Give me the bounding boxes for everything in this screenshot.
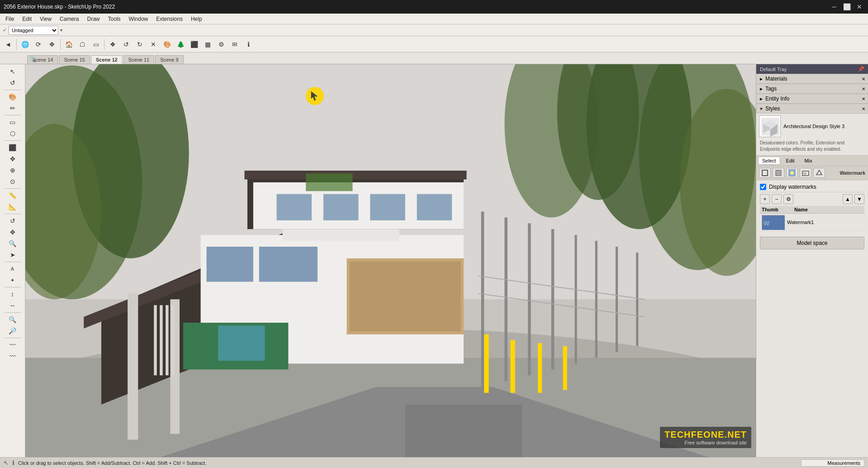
rotate-tool[interactable]: ↺ (3, 77, 23, 88)
zoom-window-tool[interactable]: 🔍 (3, 314, 23, 325)
pushpull-tool[interactable]: ⬛ (3, 142, 23, 153)
menu-tools[interactable]: Tools (104, 15, 124, 23)
panel-pin-icon[interactable]: 📌 (858, 66, 864, 72)
menu-camera[interactable]: Camera (56, 15, 83, 23)
paint-bucket-tool[interactable]: 🎨 (3, 91, 23, 102)
style-tab-select[interactable]: Select (758, 157, 780, 165)
scene-tab-11[interactable]: Scene 11 (123, 55, 154, 64)
materials-close-icon[interactable]: ✕ (862, 76, 865, 81)
style-tab-edit[interactable]: Edit (782, 157, 799, 165)
status-info-icon[interactable]: ℹ (12, 459, 14, 466)
style-icon-watermark-btn[interactable]: W (800, 168, 811, 178)
offset-tool[interactable]: ⊙ (3, 176, 23, 187)
svg-rect-59 (776, 170, 781, 176)
menu-draw[interactable]: Draw (84, 15, 104, 23)
orbit-btn[interactable]: ⟳ (32, 38, 45, 51)
pan-btn[interactable]: ✥ (46, 38, 58, 51)
tape-tool[interactable]: 📏 (3, 190, 23, 201)
zoom-lt-tool[interactable]: 🔍 (3, 238, 23, 249)
section-btn[interactable]: ⬛ (188, 38, 200, 51)
eraser-tool[interactable]: ✏ (3, 103, 23, 114)
styles-close-icon[interactable]: ✕ (862, 106, 865, 111)
orbit-lt-tool[interactable]: ↺ (3, 215, 23, 226)
move-tool[interactable]: ✥ (3, 153, 23, 164)
scene-search-icon[interactable]: 🔍 (28, 55, 37, 64)
menu-extensions[interactable]: Extensions (152, 15, 186, 23)
pan-lt-tool[interactable]: ✥ (3, 227, 23, 238)
erase-btn[interactable]: ✕ (147, 38, 160, 51)
scale-tool[interactable]: ⊕ (3, 165, 23, 176)
circle-tool[interactable]: ⬡ (3, 128, 23, 139)
tag-selector[interactable]: Untagged (9, 26, 58, 35)
materials-arrow: ► (759, 76, 764, 81)
viewport[interactable]: TECHFEONE.NET Free software download sit… (25, 64, 756, 457)
components-btn[interactable]: ❖ (106, 38, 119, 51)
model-btn[interactable]: ☖ (76, 38, 89, 51)
styles-section: Architectural Design Style 3 Desaturated… (756, 114, 868, 457)
sandbox-tool[interactable]: 〰 (3, 339, 23, 350)
watermark-add-btn[interactable]: + (760, 194, 770, 204)
svg-rect-21 (277, 194, 312, 220)
menu-edit[interactable]: Edit (19, 15, 35, 23)
axes-tool[interactable]: ↕ (3, 289, 23, 300)
3d-text-tool[interactable]: ✦ (3, 275, 23, 286)
style-icon-modeling-btn[interactable] (813, 168, 825, 178)
menu-window[interactable]: Window (125, 15, 152, 23)
scene-tab-15[interactable]: Scene 15 (59, 55, 90, 64)
sandbox2-tool[interactable]: 〰 (3, 351, 23, 362)
watermark-table-header: Thumb Name (760, 206, 864, 214)
select-tool[interactable]: ↖ (3, 66, 23, 77)
globe-btn[interactable]: 🌐 (19, 38, 31, 51)
svg-rect-44 (510, 340, 515, 393)
restore-button[interactable]: ⬜ (842, 2, 852, 12)
svg-rect-31 (528, 223, 531, 375)
menu-help[interactable]: Help (187, 15, 206, 23)
settings-btn[interactable]: ⚙ (215, 38, 228, 51)
menu-view[interactable]: View (36, 15, 55, 23)
zoom-extents-tool[interactable]: 🔎 (3, 325, 23, 336)
display-watermarks-checkbox[interactable] (760, 184, 766, 190)
section-entity-info[interactable]: ► Entity Info ✕ (756, 94, 868, 104)
section-styles[interactable]: ▼ Styles ✕ (756, 104, 868, 114)
watermark-down-btn[interactable]: ▼ (854, 194, 864, 204)
watermark-up-btn[interactable]: ▲ (843, 194, 853, 204)
svg-rect-23 (370, 194, 405, 220)
menu-file[interactable]: File (2, 15, 18, 23)
style-tab-mix[interactable]: Mix (801, 157, 816, 165)
paint-btn[interactable]: 🎨 (161, 38, 173, 51)
tags-close-icon[interactable]: ✕ (862, 86, 865, 91)
nav-arrow-btn[interactable]: ◄ (2, 38, 14, 51)
home-btn[interactable]: 🏠 (62, 38, 75, 51)
walk-lt-tool[interactable]: ➤ (3, 249, 23, 260)
style-icon-background-btn[interactable] (786, 168, 798, 178)
tag-bar: ✓ Untagged ▾ (0, 24, 868, 36)
tags-arrow: ► (759, 86, 764, 91)
section-tags[interactable]: ► Tags ✕ (756, 84, 868, 94)
model-space-button[interactable]: Model space (760, 237, 864, 249)
redo-btn[interactable]: ↻ (133, 38, 146, 51)
text-tool[interactable]: A (3, 263, 23, 274)
watermark-col-thumb: Thumb (762, 207, 789, 212)
info-btn[interactable]: ℹ (242, 38, 255, 51)
email-btn[interactable]: ✉ (228, 38, 241, 51)
dimensions-tool[interactable]: ↔ (3, 300, 23, 311)
close-button[interactable]: ✕ (854, 2, 864, 12)
watermark-remove-btn[interactable]: − (772, 194, 782, 204)
scene-tab-12[interactable]: Scene 12 (91, 55, 123, 64)
rect-view-btn[interactable]: ▭ (90, 38, 102, 51)
tree-btn[interactable]: 🌲 (174, 38, 187, 51)
style-icon-face-btn[interactable] (773, 168, 784, 178)
style-icon-edge-btn[interactable] (759, 168, 771, 178)
section-materials[interactable]: ► Materials ✕ (756, 74, 868, 84)
watermark-section-label: Watermark (840, 170, 865, 176)
scene-tab-9[interactable]: Scene 9 (155, 55, 183, 64)
watermark-settings-btn[interactable]: ⚙ (783, 194, 793, 204)
entity-info-close-icon[interactable]: ✕ (862, 96, 865, 101)
display-btn[interactable]: ▦ (201, 38, 214, 51)
undo-btn[interactable]: ↺ (120, 38, 133, 51)
watermark-row-1[interactable]: W Watermark1 (760, 214, 864, 231)
minimize-button[interactable]: ─ (829, 2, 839, 12)
protractor-tool[interactable]: 📐 (3, 201, 23, 212)
rect-tool[interactable]: ▭ (3, 117, 23, 128)
statusbar: ↖ ℹ Click or drag to select objects. Shi… (0, 457, 868, 468)
